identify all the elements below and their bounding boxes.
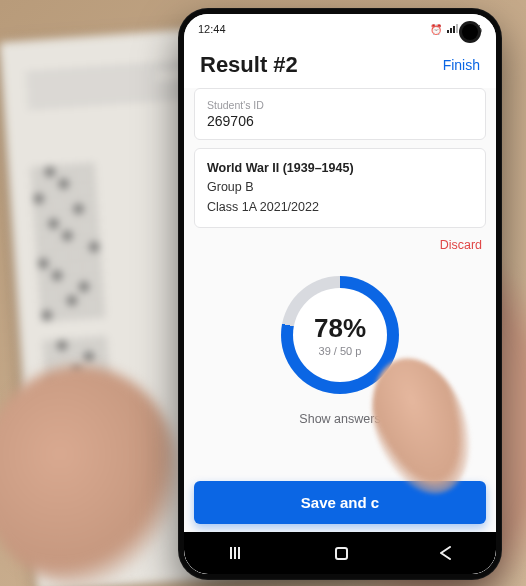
student-id-value: 269706 — [207, 113, 473, 129]
app-header: Result #2 Finish — [184, 44, 496, 88]
page-title: Result #2 — [200, 52, 298, 78]
android-nav-bar — [184, 532, 496, 574]
status-bar: 12:44 ⏰ 43% — [184, 14, 496, 44]
phone-screen: 12:44 ⏰ 43% Result #2 Finish Student's I… — [184, 14, 496, 574]
status-time: 12:44 — [198, 23, 226, 35]
finish-button[interactable]: Finish — [443, 57, 480, 73]
nav-home-icon[interactable] — [335, 547, 348, 560]
nav-recent-icon[interactable] — [230, 547, 244, 559]
nav-back-icon[interactable] — [439, 546, 451, 560]
phone-frame: 12:44 ⏰ 43% Result #2 Finish Student's I… — [178, 8, 502, 580]
camera-cutout — [462, 24, 478, 40]
test-group: Group B — [207, 178, 473, 197]
test-title: World War II (1939–1945) — [207, 161, 354, 175]
alarm-icon: ⏰ — [430, 24, 442, 35]
student-id-card[interactable]: Student's ID 269706 — [194, 88, 486, 140]
discard-button[interactable]: Discard — [194, 236, 486, 258]
test-info-card[interactable]: World War II (1939–1945) Group B Class 1… — [194, 148, 486, 228]
student-id-label: Student's ID — [207, 99, 473, 111]
score-points: 39 / 50 p — [314, 345, 366, 357]
show-answers-button[interactable]: Show answers — [299, 412, 380, 426]
score-percent: 78% — [314, 313, 366, 344]
signal-icon — [447, 25, 457, 33]
test-class: Class 1A 2021/2022 — [207, 198, 473, 217]
